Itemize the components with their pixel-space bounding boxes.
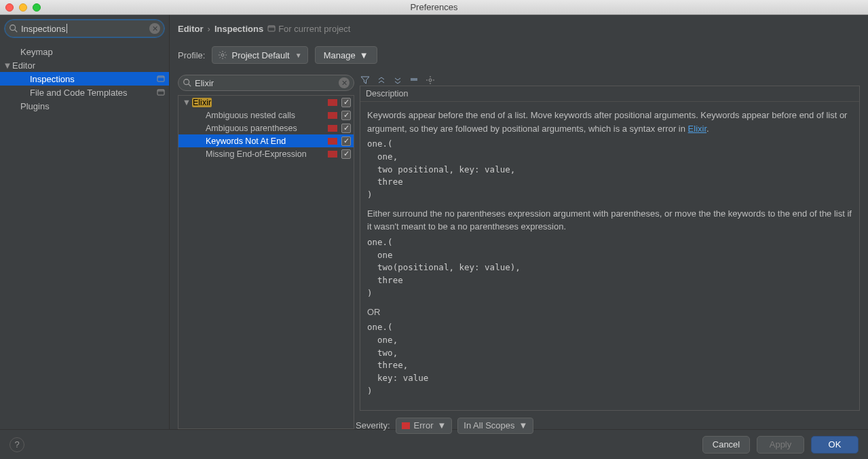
chevron-down-icon: ▼	[437, 420, 446, 430]
inspection-item-label: Missing End-of-Expression	[206, 149, 328, 159]
severity-scope-select[interactable]: In All Scopes ▼	[457, 418, 533, 434]
breadcrumb: Editor › Inspections For current project	[178, 20, 860, 37]
svg-rect-7	[268, 26, 275, 28]
svg-rect-5	[157, 90, 164, 92]
settings-icon[interactable]	[425, 75, 436, 86]
severity-indicator-icon	[328, 112, 337, 119]
sidebar-item-keymap[interactable]: Keymap	[0, 45, 169, 58]
description-code: one.( one two(positional, key: value), t…	[367, 236, 852, 300]
cancel-button-label: Cancel	[713, 439, 740, 449]
zoom-window-button[interactable]	[33, 3, 41, 12]
sidebar-item-editor[interactable]: ▼ Editor	[0, 58, 169, 72]
sidebar-item-label: File and Code Templates	[30, 88, 157, 98]
window-traffic-lights	[5, 3, 41, 12]
svg-line-18	[189, 84, 191, 87]
inspection-enabled-checkbox[interactable]: ✓	[341, 98, 351, 107]
apply-button[interactable]: Apply	[757, 436, 804, 454]
chevron-down-icon: ▼	[519, 420, 528, 430]
description-code: one.( one, two, three, key: value )	[367, 321, 852, 398]
disclosure-triangle-icon[interactable]: ▼	[3, 60, 12, 71]
inspection-search[interactable]: Elixir ✕	[178, 75, 354, 91]
sidebar-search-value: Inspections	[21, 24, 67, 34]
expand-all-icon[interactable]	[376, 75, 387, 86]
inspection-enabled-checkbox[interactable]: ✓	[341, 136, 351, 146]
project-scope-icon	[157, 88, 165, 96]
svg-point-20	[429, 79, 432, 81]
sidebar-item-label: Inspections	[30, 74, 157, 84]
severity-indicator-icon	[328, 99, 337, 106]
chevron-down-icon: ▼	[295, 52, 302, 59]
breadcrumb-part: Editor	[178, 24, 204, 34]
gear-icon	[218, 50, 227, 60]
severity-label: Severity:	[356, 420, 390, 430]
inspection-item-label: Keywords Not At End	[206, 136, 328, 146]
profile-select[interactable]: Project Default ▼	[212, 46, 307, 64]
severity-indicator-icon	[328, 125, 337, 132]
help-button[interactable]: ?	[10, 437, 24, 452]
description-text: OR	[367, 306, 852, 319]
svg-line-14	[225, 57, 226, 58]
inspection-group-label: Elixir	[192, 98, 212, 107]
project-scope-icon	[267, 24, 276, 33]
severity-scope-value: In All Scopes	[464, 420, 514, 430]
description-heading: Description	[360, 86, 859, 102]
inspection-enabled-checkbox[interactable]: ✓	[341, 124, 351, 133]
severity-select[interactable]: Error ▼	[396, 418, 453, 434]
inspection-item[interactable]: Keywords Not At End ✓	[178, 134, 354, 147]
severity-indicator-icon	[328, 151, 337, 158]
close-window-button[interactable]	[5, 3, 14, 12]
inspection-item-label: Ambiguous nested calls	[206, 111, 328, 120]
breadcrumb-scope: For current project	[278, 24, 350, 34]
collapse-all-icon[interactable]	[392, 75, 403, 86]
inspection-item[interactable]: Ambiguous nested calls ✓	[178, 109, 354, 122]
sidebar-item-label: Editor	[12, 60, 165, 71]
inspection-item[interactable]: Missing End-of-Expression ✓	[178, 147, 354, 160]
reset-icon[interactable]	[409, 75, 419, 86]
ok-button[interactable]: OK	[811, 436, 858, 454]
severity-value: Error	[414, 420, 434, 430]
svg-line-13	[220, 52, 221, 53]
inspection-enabled-checkbox[interactable]: ✓	[341, 149, 351, 159]
window-title: Preferences	[0, 2, 868, 12]
inspection-item-label: Ambiguous parentheses	[206, 124, 328, 133]
inspection-list-panel: Elixir ✕ ▼ Elixir ✓ Ambiguous nested cal…	[178, 75, 354, 429]
ok-button-label: OK	[829, 439, 842, 449]
preferences-main: Editor › Inspections For current project…	[170, 15, 868, 429]
severity-indicator-icon	[328, 138, 337, 145]
inspection-tree: ▼ Elixir ✓ Ambiguous nested calls ✓ Ambi…	[178, 95, 354, 429]
clear-search-icon[interactable]: ✕	[339, 77, 350, 88]
apply-button-label: Apply	[770, 439, 792, 449]
project-scope-icon	[157, 75, 165, 83]
minimize-window-button[interactable]	[19, 3, 27, 12]
svg-line-16	[225, 52, 226, 53]
inspection-enabled-checkbox[interactable]: ✓	[341, 111, 351, 120]
disclosure-triangle-icon[interactable]: ▼	[181, 98, 192, 107]
description-text: Keywords appear before the end of a list…	[367, 110, 847, 134]
sidebar-search[interactable]: Inspections ✕	[4, 19, 165, 38]
description-code: one.( one, two positional, key: value, t…	[367, 138, 852, 202]
profile-label: Profile:	[178, 50, 205, 60]
breadcrumb-part: Inspections	[214, 24, 263, 34]
sidebar-item-file-templates[interactable]: File and Code Templates	[0, 86, 169, 99]
sidebar-item-label: Plugins	[20, 101, 165, 111]
svg-rect-3	[157, 76, 164, 78]
description-body: Keywords appear before the end of a list…	[360, 102, 859, 410]
inspection-description-panel: Description Keywords appear before the e…	[360, 86, 860, 411]
sidebar-item-plugins[interactable]: Plugins	[0, 99, 169, 113]
cancel-button[interactable]: Cancel	[702, 436, 750, 454]
search-icon	[183, 78, 192, 88]
inspection-group[interactable]: ▼ Elixir ✓	[178, 96, 354, 109]
filter-icon[interactable]	[360, 75, 371, 86]
manage-button[interactable]: Manage ▼	[315, 46, 377, 64]
description-text: Either surround the no parentheses expre…	[367, 207, 852, 234]
search-icon	[9, 24, 18, 33]
inspection-search-value: Elixir	[195, 78, 214, 88]
profile-row: Profile: Project Default ▼ Manage ▼	[178, 46, 860, 64]
sidebar-item-inspections[interactable]: Inspections	[0, 72, 169, 86]
description-text: .	[706, 124, 709, 134]
elixir-link[interactable]: Elixir	[688, 124, 706, 134]
clear-search-icon[interactable]: ✕	[149, 23, 160, 34]
inspection-item[interactable]: Ambiguous parentheses ✓	[178, 122, 354, 134]
svg-line-1	[15, 30, 18, 33]
profile-value: Project Default	[231, 50, 289, 60]
